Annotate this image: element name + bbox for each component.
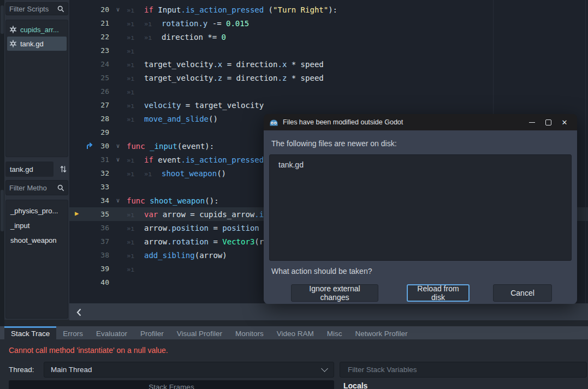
- code-line[interactable]: 27»ıvelocity = target_velocity: [69, 98, 588, 112]
- code-text: »ıif event.is_action_pressed: [127, 155, 264, 164]
- code-token: var: [144, 210, 163, 219]
- tab-visual-profiler[interactable]: Visual Profiler: [170, 326, 229, 339]
- line-number[interactable]: 34: [97, 196, 109, 205]
- code-line[interactable]: 25»ıtarget_velocity.z = direction.z * sp…: [69, 71, 588, 85]
- tab-stack-trace[interactable]: Stack Trace: [4, 326, 56, 339]
- filter-stack-variables-input[interactable]: [347, 365, 580, 374]
- sort-methods-button[interactable]: [57, 163, 70, 176]
- tab-misc[interactable]: Misc: [320, 326, 349, 339]
- code-line[interactable]: 20∨»ıif Input.is_action_pressed ("Turn R…: [69, 3, 588, 16]
- gutter-markers: [69, 71, 97, 85]
- line-number[interactable]: 40: [97, 278, 109, 286]
- fold-chevron-icon[interactable]: ∨: [109, 153, 127, 166]
- script-name: cupids_arr...: [20, 26, 59, 34]
- code-token: (r: [254, 237, 264, 246]
- gutter-markers: [69, 194, 97, 207]
- code-token: move_and_slide: [144, 115, 209, 123]
- modified-file-item[interactable]: tank.gd: [270, 158, 571, 171]
- fold-chevron-icon[interactable]: ∨: [109, 194, 127, 207]
- code-line[interactable]: 23»ı: [69, 44, 588, 57]
- dock-handle[interactable]: [1, 5, 4, 34]
- code-line[interactable]: 21»ı»ırotation.y -= 0.015: [69, 16, 588, 30]
- code-token: =: [181, 101, 194, 110]
- dialog-titlebar[interactable]: Files have been modified outside Godot ✕: [264, 114, 577, 130]
- gutter-markers: [69, 57, 97, 71]
- methods-list: _physics_pro..._inputshoot_weapon: [5, 200, 68, 319]
- fold-chevron-icon[interactable]: ∨: [109, 139, 127, 153]
- code-text: »ıvelocity = target_velocity: [127, 101, 264, 110]
- code-token: ():: [205, 196, 218, 205]
- tab-indent-icon: »ı: [127, 61, 144, 69]
- code-token: .x: [213, 60, 222, 69]
- gutter-markers: [69, 44, 97, 57]
- ignore-external-changes-button[interactable]: Ignore external changes: [291, 284, 378, 302]
- code-token: ):: [328, 5, 337, 14]
- code-token: add_sibling: [144, 251, 195, 260]
- method-list-item[interactable]: _input: [6, 218, 68, 233]
- tab-network-profiler[interactable]: Network Profiler: [348, 326, 414, 339]
- line-number[interactable]: 25: [97, 74, 109, 82]
- line-number[interactable]: 20: [97, 5, 109, 14]
- gutter-markers: [69, 125, 97, 139]
- dialog-title: Files have been modified outside Godot: [283, 118, 524, 126]
- line-number[interactable]: 38: [97, 251, 109, 259]
- code-token: _input: [150, 142, 177, 151]
- line-number[interactable]: 28: [97, 115, 109, 123]
- line-number[interactable]: 31: [97, 155, 109, 164]
- tab-profiler[interactable]: Profiler: [134, 326, 170, 339]
- line-number[interactable]: 27: [97, 101, 109, 109]
- code-token: .is_action_pressed: [181, 155, 264, 164]
- code-token: cupids_arrow: [199, 210, 254, 219]
- dialog-body: The following files are newer on disk: t…: [264, 130, 577, 304]
- code-token: position: [222, 224, 259, 232]
- reload-from-disk-button[interactable]: Reload from disk: [407, 284, 470, 302]
- line-number[interactable]: 39: [97, 265, 109, 273]
- code-line[interactable]: 22»ı»ıdirection *= 0: [69, 30, 588, 44]
- code-token: .position: [167, 224, 209, 232]
- filter-methods-input[interactable]: [9, 184, 57, 192]
- dock-handle[interactable]: [1, 190, 4, 231]
- error-message[interactable]: Cannot call method 'instantiate' on a nu…: [9, 346, 168, 355]
- line-number[interactable]: 23: [97, 46, 109, 55]
- code-line[interactable]: 26»ı: [69, 85, 588, 98]
- thread-label: Thread:: [9, 366, 34, 374]
- line-number[interactable]: 29: [97, 128, 109, 136]
- tab-indent-icon: »ı: [127, 75, 144, 82]
- fold-chevron-icon[interactable]: ∨: [109, 3, 127, 16]
- tab-video-ram[interactable]: Video RAM: [270, 326, 320, 339]
- code-text: »ıarrow.position = position: [127, 224, 259, 232]
- jump-arrow-icon: [86, 142, 94, 150]
- search-icon: [57, 5, 64, 13]
- line-number[interactable]: 30: [97, 142, 109, 150]
- collapse-scripts-panel-button[interactable]: [73, 306, 85, 318]
- code-token: .z: [213, 74, 222, 82]
- line-number[interactable]: 22: [97, 33, 109, 41]
- line-number[interactable]: 26: [97, 87, 109, 95]
- thread-dropdown[interactable]: Main Thread: [44, 362, 334, 378]
- line-number[interactable]: 36: [97, 224, 109, 232]
- tab-monitors[interactable]: Monitors: [229, 326, 270, 339]
- maximize-button[interactable]: [540, 116, 556, 129]
- close-button[interactable]: ✕: [556, 116, 573, 129]
- script-list-item[interactable]: cupids_arr...: [7, 22, 67, 37]
- cancel-button[interactable]: Cancel: [493, 284, 552, 302]
- code-token: func: [127, 196, 150, 205]
- tab-errors[interactable]: Errors: [56, 326, 90, 339]
- filter-scripts-input[interactable]: [9, 5, 57, 13]
- line-number[interactable]: 32: [97, 169, 109, 177]
- line-number[interactable]: 35: [97, 210, 109, 218]
- code-line[interactable]: 24»ıtarget_velocity.x = direction.x * sp…: [69, 57, 588, 71]
- method-list-item[interactable]: shoot_weapon: [6, 233, 68, 248]
- maximize-icon: [545, 119, 551, 125]
- line-number[interactable]: 37: [97, 237, 109, 246]
- stack-frames-header: Stack Frames: [9, 380, 334, 389]
- method-list-item[interactable]: _physics_pro...: [6, 204, 68, 218]
- code-text: »ıvar arrow = cupids_arrow.i: [127, 210, 264, 219]
- line-number[interactable]: 33: [97, 183, 109, 191]
- tab-evaluator[interactable]: Evaluator: [90, 326, 134, 339]
- script-list-item[interactable]: tank.gd: [7, 37, 67, 51]
- locals-header: Locals: [343, 381, 367, 389]
- line-number[interactable]: 24: [97, 60, 109, 68]
- line-number[interactable]: 21: [97, 19, 109, 27]
- minimize-button[interactable]: [524, 116, 540, 129]
